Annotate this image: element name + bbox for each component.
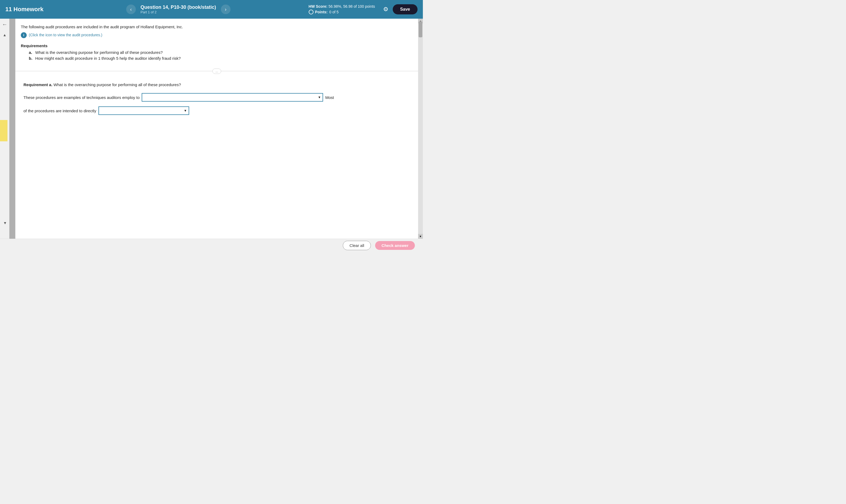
next-icon: ›: [225, 7, 227, 12]
clear-all-button[interactable]: Clear all: [343, 241, 371, 250]
intro-text: The following audit procedures are inclu…: [21, 24, 183, 29]
yellow-tab: [0, 120, 7, 141]
back-arrow-icon[interactable]: ←: [2, 21, 7, 28]
points-line: Points: 0 of 5: [309, 10, 338, 14]
dropdown2-wrapper: ▼: [99, 106, 189, 115]
collapse-up-icon[interactable]: ▲: [3, 33, 7, 37]
intro-section: The following audit procedures are inclu…: [16, 19, 418, 41]
requirements-title: Requirements: [21, 43, 410, 48]
header: 11 Homework ‹ Question 14, P10-30 (book/…: [0, 0, 423, 19]
gear-icon[interactable]: ⚙: [383, 6, 388, 13]
hw-score-value: 56.98%, 56.98 of 100 points: [329, 4, 375, 8]
req-a-question: What is the overarching purpose for perf…: [54, 83, 181, 87]
question-info: ‹ Question 14, P10-30 (book/static) Part…: [48, 4, 309, 14]
fill-row-1: These procedures are examples of techniq…: [23, 93, 410, 102]
req-b-label: b.: [29, 56, 33, 60]
dropdown1-wrapper: ▼: [142, 93, 323, 102]
hw-score: HW Score: 56.98%, 56.98 of 100 points: [309, 4, 375, 8]
collapse-down-section: ▼: [3, 220, 7, 225]
page-title: 11 Homework: [5, 6, 48, 13]
next-button[interactable]: ›: [221, 4, 230, 14]
question-title: Question 14, P10-30 (book/static): [141, 4, 216, 10]
hw-score-label: HW Score:: [309, 4, 328, 8]
info-link-text[interactable]: (Click the icon to view the audit proced…: [29, 32, 102, 38]
scrollbar-thumb[interactable]: [419, 21, 422, 37]
dropdown2-select[interactable]: [99, 106, 189, 115]
check-answer-button[interactable]: Check answer: [375, 241, 415, 250]
section-divider: ...: [16, 69, 418, 74]
req-item-b: b. How might each audit procedure in 1 t…: [29, 56, 410, 60]
fill-row-2: of the procedures are intended to direct…: [23, 106, 410, 115]
save-button[interactable]: Save: [393, 4, 418, 14]
req-item-a: a. What is the overarching purpose for p…: [29, 50, 410, 55]
points-label: Points:: [315, 10, 328, 14]
req-a-heading: Requirement a.: [23, 83, 52, 87]
prev-button[interactable]: ‹: [126, 4, 136, 14]
main-layout: ← ▲ The following audit procedures are i…: [0, 19, 423, 239]
score-section: HW Score: 56.98%, 56.98 of 100 points Po…: [309, 4, 375, 14]
fill-row2-before-text: of the procedures are intended to direct…: [23, 109, 96, 113]
prev-icon: ‹: [130, 7, 132, 12]
points-circle-icon: [309, 10, 314, 14]
fill-row1-before-text: These procedures are examples of techniq…: [23, 95, 140, 100]
collapse-down-icon[interactable]: ▼: [3, 221, 7, 225]
req-a-text: What is the overarching purpose for perf…: [35, 50, 163, 55]
info-icon[interactable]: i: [21, 32, 27, 38]
scrollbar[interactable]: ▲ ▼: [418, 19, 423, 239]
points-value: 0 of 5: [329, 10, 338, 14]
scrollbar-down-arrow[interactable]: ▼: [418, 234, 423, 239]
req-a-full-title: Requirement a. What is the overarching p…: [23, 82, 410, 88]
req-b-text: How might each audit procedure in 1 thro…: [35, 56, 181, 60]
fill-row1-after-text: Most: [325, 95, 334, 100]
question-subtitle: Part 1 of 2: [141, 10, 216, 14]
answer-section: Requirement a. What is the overarching p…: [16, 76, 418, 125]
divider-dots: ...: [212, 69, 221, 74]
content-area: The following audit procedures are inclu…: [15, 19, 418, 239]
footer: Clear all Check answer: [0, 239, 423, 252]
info-link-row: i (Click the icon to view the audit proc…: [21, 32, 410, 38]
req-a-label: a.: [29, 50, 33, 55]
collapse-bar: [9, 19, 15, 239]
requirements-section: Requirements a. What is the overarching …: [16, 41, 418, 66]
dropdown1-select[interactable]: [142, 93, 323, 102]
